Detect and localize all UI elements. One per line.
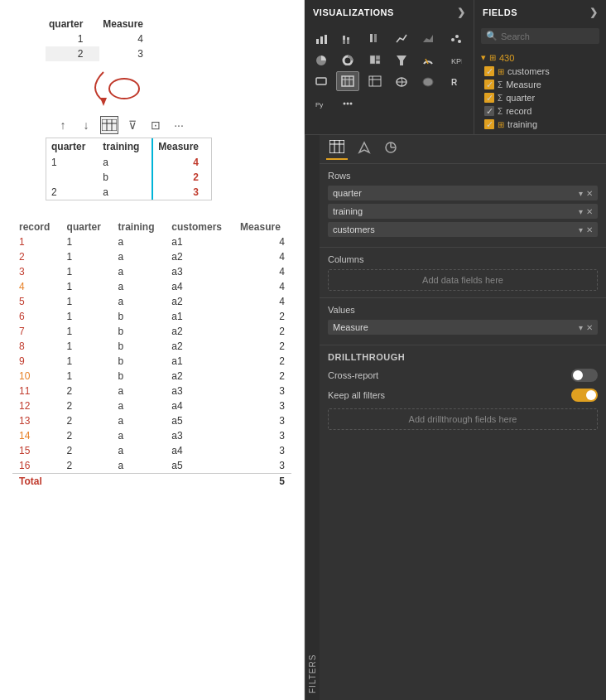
pill-remove-icon[interactable]: ✕ bbox=[586, 323, 593, 332]
card-icon[interactable] bbox=[310, 71, 333, 91]
pill-dropdown-icon[interactable]: ▾ bbox=[579, 189, 583, 198]
field-checkbox-measure[interactable]: ✓ bbox=[484, 80, 494, 89]
table-row: 3 1 a a3 4 bbox=[12, 264, 291, 279]
rows-pills: quarter ▾ ✕ training ▾ ✕ customers ▾ ✕ bbox=[328, 186, 598, 237]
fields-search-box[interactable]: 🔍 bbox=[481, 28, 599, 44]
line-chart-icon[interactable] bbox=[390, 28, 413, 48]
field-item-quarter[interactable]: ✓ Σ quarter bbox=[481, 91, 599, 104]
values-title: Values bbox=[328, 305, 598, 315]
tab-analytics[interactable] bbox=[381, 139, 401, 159]
stacked-bar-icon[interactable] bbox=[336, 28, 359, 48]
mid-measure: 3 bbox=[152, 185, 211, 200]
fields-list: ✓ ⊞ customers ✓ Σ Measure ✓ Σ quarter ✓ … bbox=[481, 65, 599, 131]
pie-chart-icon[interactable] bbox=[310, 50, 333, 70]
add-drillthrough-placeholder[interactable]: Add drillthrough fields here bbox=[328, 408, 598, 430]
value-pill-label: Measure bbox=[333, 322, 579, 332]
table-viz-icon[interactable] bbox=[336, 71, 359, 91]
customers-cell: a3 bbox=[165, 264, 233, 279]
record-cell: 15 bbox=[12, 443, 60, 458]
main-header-customers: customers bbox=[165, 220, 233, 234]
field-item-measure[interactable]: ✓ Σ Measure bbox=[481, 78, 599, 91]
field-checkbox-record[interactable]: ✓ bbox=[484, 106, 494, 116]
quarter-cell: 2 bbox=[60, 384, 112, 398]
scatter-icon[interactable] bbox=[444, 28, 467, 48]
record-cell: 13 bbox=[12, 413, 60, 428]
table-icon-toolbar[interactable] bbox=[100, 116, 118, 134]
row-pill-quarter[interactable]: quarter ▾ ✕ bbox=[328, 186, 598, 200]
python-icon[interactable]: Py bbox=[310, 93, 333, 113]
svg-rect-20 bbox=[370, 56, 375, 64]
add-columns-placeholder[interactable]: Add data fields here bbox=[328, 269, 598, 291]
cross-report-toggle[interactable] bbox=[571, 369, 598, 382]
row-pill-customers[interactable]: customers ▾ ✕ bbox=[328, 222, 598, 237]
field-item-record[interactable]: ✓ Σ record bbox=[481, 104, 599, 118]
mid-header-measure: Measure bbox=[152, 138, 211, 155]
measure-cell: 3 bbox=[233, 458, 291, 474]
pill-remove-icon[interactable]: ✕ bbox=[586, 189, 593, 198]
customers-cell: a2 bbox=[165, 369, 233, 384]
expand-group-icon[interactable]: ▾ bbox=[481, 52, 486, 63]
tab-table-fields[interactable] bbox=[326, 138, 348, 160]
viz-icons-grid: KPIRPy bbox=[305, 25, 474, 116]
training-cell: a bbox=[112, 264, 166, 279]
customers-cell: a1 bbox=[165, 234, 233, 249]
pill-dropdown-icon[interactable]: ▾ bbox=[579, 225, 583, 234]
bottom-panels: FILTERS bbox=[305, 135, 606, 700]
sort-desc-icon[interactable]: ↓ bbox=[77, 116, 95, 134]
value-pill-measure[interactable]: Measure ▾ ✕ bbox=[328, 320, 598, 335]
matrix-icon[interactable] bbox=[363, 71, 387, 91]
treemap-icon[interactable] bbox=[363, 50, 387, 70]
drillthrough-section: DRILLTHROUGH Cross-report Keep all filte… bbox=[320, 345, 606, 437]
field-checkbox-quarter[interactable]: ✓ bbox=[484, 93, 494, 103]
field-type-icon-quarter: Σ bbox=[498, 94, 503, 103]
quarter-cell: 1 bbox=[60, 324, 112, 339]
mid-measure: 2 bbox=[152, 170, 211, 185]
map-icon[interactable] bbox=[390, 71, 413, 91]
row-pill-training[interactable]: training ▾ ✕ bbox=[328, 204, 598, 219]
bar-chart-icon[interactable] bbox=[310, 28, 333, 48]
filters-tab[interactable]: FILTERS bbox=[305, 135, 320, 700]
top-table-row: 14 bbox=[46, 31, 160, 46]
tab-format[interactable] bbox=[354, 139, 374, 159]
measure-cell: 3 bbox=[233, 413, 291, 428]
customers-cell: a5 bbox=[165, 458, 233, 474]
expand-icon[interactable]: ⊡ bbox=[147, 116, 165, 134]
fields-panel-header: FIELDS ❯ 🔍 ▾ ⊞ 430 ✓ ⊞ customers ✓ Σ Mea… bbox=[474, 0, 606, 134]
gauge-icon[interactable] bbox=[416, 50, 440, 70]
quarter-cell: 1 bbox=[60, 279, 112, 294]
svg-point-40 bbox=[347, 103, 349, 105]
field-item-training[interactable]: ✓ ⊞ training bbox=[481, 118, 599, 131]
measure-cell: 4 bbox=[233, 234, 291, 249]
filled-map-icon[interactable] bbox=[416, 71, 440, 91]
field-checkbox-customers[interactable]: ✓ bbox=[484, 66, 494, 76]
donut-icon[interactable] bbox=[336, 50, 359, 70]
field-checkbox-training[interactable]: ✓ bbox=[484, 119, 494, 129]
pill-remove-icon[interactable]: ✕ bbox=[586, 225, 593, 234]
pill-dropdown-icon[interactable]: ▾ bbox=[579, 207, 583, 216]
area-chart-icon[interactable] bbox=[416, 28, 440, 48]
100pct-bar-icon[interactable] bbox=[363, 28, 387, 48]
quarter-cell: 2 bbox=[60, 458, 112, 474]
viz-chevron[interactable]: ❯ bbox=[457, 7, 466, 18]
pill-remove-icon[interactable]: ✕ bbox=[586, 207, 593, 216]
columns-section: Columns Add data fields here bbox=[320, 248, 606, 298]
field-item-customers[interactable]: ✓ ⊞ customers bbox=[481, 65, 599, 78]
more-options-icon[interactable]: ··· bbox=[170, 116, 188, 134]
measure-cell: 4 bbox=[233, 279, 291, 294]
r-icon[interactable]: R bbox=[444, 71, 467, 91]
values-section: Values Measure ▾ ✕ bbox=[320, 298, 606, 345]
measure-cell: 2 bbox=[233, 324, 291, 339]
keep-filters-toggle[interactable] bbox=[571, 389, 598, 402]
svg-rect-12 bbox=[347, 40, 349, 44]
pill-dropdown-icon[interactable]: ▾ bbox=[579, 323, 583, 332]
more-viz-icon[interactable] bbox=[336, 93, 359, 113]
training-cell: a bbox=[112, 443, 166, 458]
sort-asc-icon[interactable]: ↑ bbox=[54, 116, 72, 134]
fields-chevron[interactable]: ❯ bbox=[589, 7, 599, 18]
funnel-icon[interactable] bbox=[390, 50, 413, 70]
search-input[interactable] bbox=[501, 31, 594, 41]
kpi-icon[interactable]: KPI bbox=[444, 50, 467, 70]
top-table-header-measure: Measure bbox=[99, 17, 160, 31]
filter-icon[interactable]: ⊽ bbox=[123, 116, 142, 134]
mid-header-training: training bbox=[98, 138, 152, 155]
